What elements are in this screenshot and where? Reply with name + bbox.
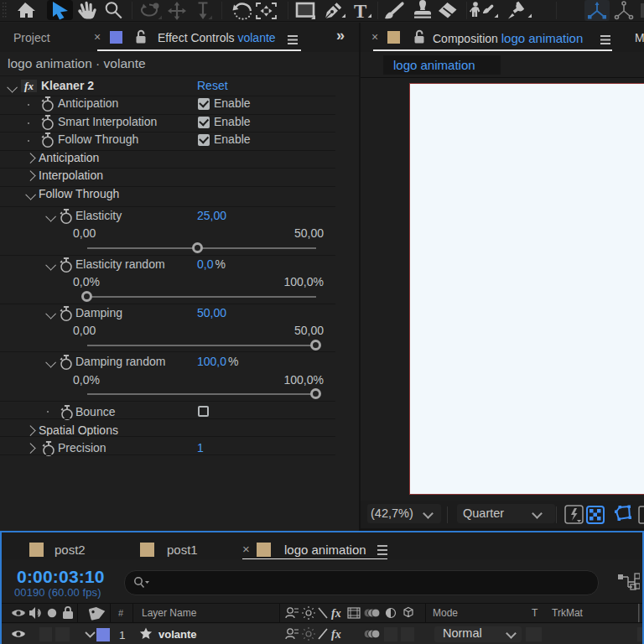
svg-text:fx: fx (331, 628, 341, 641)
svg-text:Layer Name: Layer Name (142, 607, 197, 619)
svg-text:T: T (354, 1, 366, 22)
svg-text:Mode: Mode (433, 607, 458, 619)
svg-text:#: # (118, 608, 124, 618)
svg-text:volante: volante (158, 628, 197, 641)
svg-text:T: T (532, 607, 538, 619)
svg-text:TrkMat: TrkMat (552, 607, 584, 619)
svg-text:fx: fx (331, 607, 341, 620)
svg-text:1: 1 (119, 629, 126, 641)
